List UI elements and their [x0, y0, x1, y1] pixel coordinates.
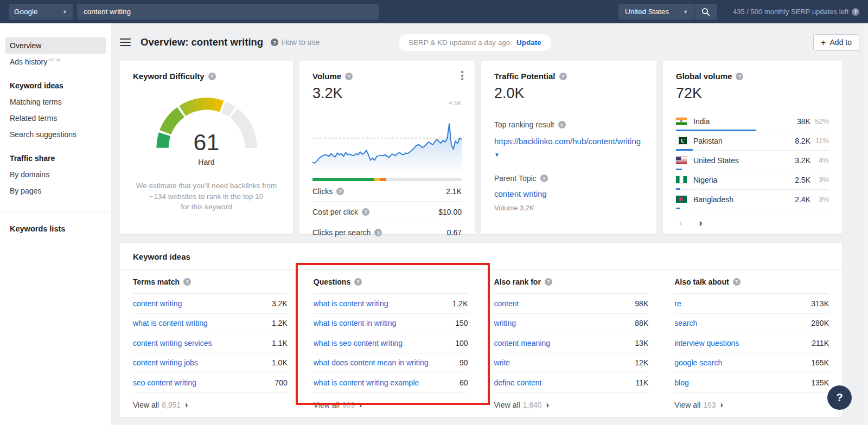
next-page-icon[interactable]: ›: [699, 217, 702, 229]
view-all-link[interactable]: View all 1,840 ›: [494, 400, 649, 410]
keyword-row: what is content writing example 60: [314, 373, 468, 393]
view-all-label: View all: [494, 401, 520, 409]
top-ranking-result-link[interactable]: https://backlinko.com/hub/content/writin…: [494, 136, 643, 160]
view-all-link[interactable]: View all 8,951 ›: [133, 400, 288, 410]
question-circle-icon[interactable]: ?: [733, 278, 741, 286]
question-circle-icon[interactable]: ?: [362, 208, 369, 216]
kebab-menu-icon[interactable]: •••: [458, 70, 466, 81]
label-text: Parent Topic: [494, 174, 537, 183]
question-circle-icon[interactable]: ?: [559, 73, 567, 80]
card-title: Volume ?: [312, 72, 462, 81]
keyword-link[interactable]: writing: [494, 319, 516, 327]
keyword-row: re 313K: [674, 294, 829, 314]
sidebar-item-by-pages[interactable]: By pages: [5, 183, 106, 199]
search-engine-select[interactable]: Google ▼: [9, 4, 73, 20]
question-circle-icon[interactable]: ?: [336, 188, 344, 195]
keyword-link[interactable]: what is content writing: [133, 319, 208, 327]
sidebar-item-ads-history[interactable]: Ads historyBETA: [5, 54, 106, 70]
scrollbar-track[interactable]: [863, 23, 868, 425]
question-circle-icon[interactable]: ?: [345, 73, 353, 80]
keyword-link[interactable]: seo content writing: [133, 378, 196, 387]
question-circle-icon[interactable]: ?: [545, 278, 552, 286]
metric-row: Clicks per search ? 0.67: [312, 222, 462, 243]
country-select[interactable]: United States ▼: [618, 8, 694, 16]
keyword-row: writing 88K: [494, 314, 649, 334]
keyword-difficulty-title: Keyword Difficulty: [133, 72, 205, 81]
how-to-use-link[interactable]: ? How to use: [271, 38, 320, 47]
question-circle-icon[interactable]: ?: [558, 121, 566, 128]
chevron-down-icon: ▼: [494, 152, 500, 158]
keyword-link[interactable]: what is content writing example: [314, 378, 419, 387]
search-button[interactable]: [695, 4, 717, 20]
difficulty-gauge: 61: [149, 93, 264, 157]
keyword-volume: 98K: [629, 299, 648, 308]
keyword-link[interactable]: define content: [494, 378, 542, 387]
question-circle-icon[interactable]: ?: [354, 278, 362, 286]
sparkline-svg: [312, 114, 462, 173]
keyword-link[interactable]: search: [674, 319, 697, 327]
ads-history-label: Ads history: [10, 57, 47, 66]
keyword-link[interactable]: content writing jobs: [133, 358, 198, 367]
keyword-volume: 1.0K: [266, 358, 288, 367]
sidebar-item-matching-terms[interactable]: Matching terms: [5, 94, 106, 110]
keyword-link[interactable]: what is content writing: [314, 299, 388, 308]
keyword-link[interactable]: content meaning: [494, 339, 551, 347]
menu-icon[interactable]: [120, 38, 131, 46]
top-ranking-result-label: Top ranking result ?: [494, 120, 643, 129]
country-name: Bangladesh: [693, 195, 733, 204]
keyword-link[interactable]: blog: [674, 378, 688, 387]
question-circle-icon[interactable]: ?: [208, 73, 216, 80]
keyword-row: content writing services 1.1K: [133, 333, 288, 353]
keyword-link[interactable]: re: [674, 299, 681, 308]
sidebar-item-overview[interactable]: Overview: [5, 37, 106, 54]
keyword-link[interactable]: interview questions: [674, 339, 739, 347]
question-circle-icon[interactable]: ?: [852, 8, 859, 16]
top-bar: Google ▼ content writing United States ▼…: [0, 0, 868, 23]
keyword-row: what is content writing 1.2K: [133, 314, 288, 334]
question-circle-icon[interactable]: ?: [540, 175, 548, 182]
question-circle-icon[interactable]: ?: [374, 229, 382, 236]
sidebar-item-by-domains[interactable]: By domains: [5, 166, 106, 183]
add-to-button[interactable]: + Add to: [813, 34, 859, 51]
keyword-link[interactable]: what is seo content writing: [314, 339, 403, 347]
keyword-volume: 1.2K: [266, 319, 288, 327]
keyword-link[interactable]: what does content mean in writing: [314, 358, 429, 367]
sidebar-item-search-suggestions[interactable]: Search suggestions: [5, 126, 106, 143]
update-link[interactable]: Update: [516, 38, 541, 47]
search-engine-value: Google: [14, 8, 38, 16]
volume-title: Volume: [312, 72, 341, 81]
question-circle-icon[interactable]: ?: [183, 278, 191, 286]
keyword-ideas-column: Questions ? what is content writing 1.2K…: [301, 270, 481, 410]
keyword-search-input[interactable]: content writing: [77, 4, 379, 20]
keyword-link[interactable]: content writing: [133, 299, 182, 308]
keyword-ideas-column: Terms match ? content writing 3.2K what …: [120, 270, 301, 410]
view-all-count: 8,951: [162, 401, 181, 409]
view-all-link[interactable]: View all 909 ›: [314, 400, 468, 410]
sidebar-item-related-terms[interactable]: Related terms: [5, 110, 106, 126]
search-icon: [701, 8, 710, 16]
country-flag-icon: [676, 176, 687, 183]
keyword-link[interactable]: content writing services: [133, 339, 212, 347]
keyword-volume: 1.1K: [266, 339, 288, 347]
country-volume-list: India 38K 52% Pakistan 8.2K 11% United S…: [676, 112, 829, 209]
view-all-link[interactable]: View all 163 ›: [674, 400, 829, 410]
page-header: Overview: content writing ? How to use S…: [111, 23, 868, 61]
keyword-link[interactable]: what is content in writing: [314, 319, 397, 327]
country-volume: 3.2K: [795, 156, 810, 165]
parent-topic-link[interactable]: content writing: [494, 189, 643, 198]
view-all-count: 1,840: [523, 401, 542, 409]
serp-quota-text: 435 / 500 monthly SERP updates left: [733, 8, 848, 16]
keyword-volume: 150: [450, 319, 468, 327]
question-circle-icon[interactable]: ?: [736, 73, 743, 80]
keyword-link[interactable]: google search: [674, 358, 722, 367]
country-name: United States: [693, 156, 739, 165]
prev-page-icon[interactable]: ‹: [679, 217, 682, 229]
country-value: United States: [625, 8, 669, 16]
keyword-volume: 165K: [806, 358, 829, 367]
country-flag-icon: [676, 118, 687, 125]
bar-segment: [386, 178, 462, 181]
help-button[interactable]: ?: [827, 385, 852, 410]
metric-value: $10.00: [438, 208, 462, 216]
keyword-link[interactable]: content: [494, 299, 519, 308]
keyword-link[interactable]: write: [494, 358, 510, 367]
